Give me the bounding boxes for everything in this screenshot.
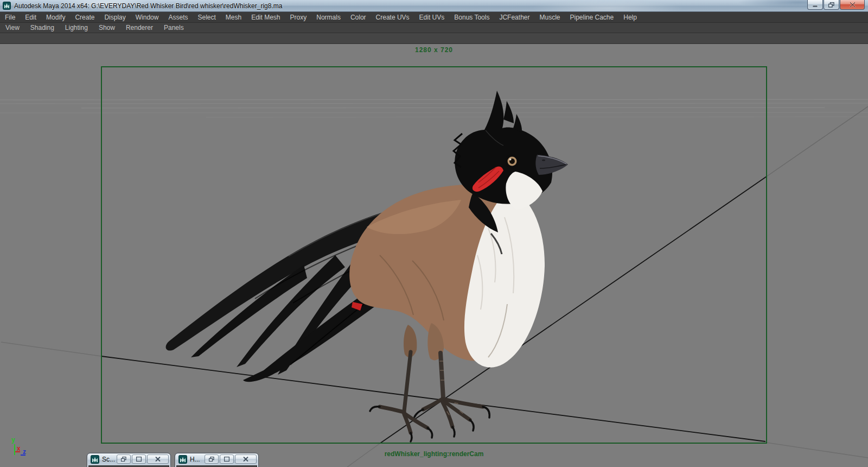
panel-toolbar: [0, 33, 868, 44]
menu-item[interactable]: Color: [346, 14, 371, 21]
maya-logo-icon: [91, 455, 99, 464]
svg-text:y: y: [11, 436, 15, 444]
menu-item[interactable]: Select: [193, 14, 220, 21]
maya-application-window: Autodesk Maya 2014 x64: G:\EVERYDAY\Red …: [0, 0, 868, 467]
svg-text:z: z: [23, 448, 26, 456]
maya-logo-icon: [3, 2, 11, 10]
panel-menu-item[interactable]: Lighting: [60, 24, 93, 31]
restore-button[interactable]: [824, 0, 839, 10]
menu-item[interactable]: Mesh: [221, 14, 246, 21]
bird-model[interactable]: [166, 91, 568, 441]
menu-item[interactable]: Edit: [20, 14, 41, 21]
minimized-window-title: H...: [190, 456, 200, 463]
minimized-window[interactable]: H...: [175, 453, 259, 467]
panel-menu-bar: ViewShadingLightingShowRendererPanels: [0, 23, 868, 33]
scene-canvas: y x z: [0, 44, 868, 467]
menu-item[interactable]: Help: [618, 14, 642, 21]
menu-item[interactable]: Display: [99, 14, 130, 21]
horizon-lines: [0, 99, 868, 117]
beak: [535, 155, 568, 175]
menu-item[interactable]: Modify: [41, 14, 70, 21]
menu-item[interactable]: Muscle: [534, 14, 565, 21]
panel-menu-item[interactable]: Shading: [25, 24, 60, 31]
minimized-window-title: Sc...: [102, 456, 115, 463]
window-title: Autodesk Maya 2014 x64: G:\EVERYDAY\Red …: [14, 2, 282, 10]
maximize-button[interactable]: [220, 455, 234, 464]
menu-item[interactable]: Bonus Tools: [449, 14, 494, 21]
panel-menu-item[interactable]: Panels: [158, 24, 189, 31]
minimized-windows: Sc... H...: [87, 453, 259, 467]
menu-item[interactable]: Edit UVs: [414, 14, 450, 21]
menu-item[interactable]: Window: [131, 14, 164, 21]
menu-item[interactable]: Proxy: [285, 14, 312, 21]
menu-item[interactable]: Pipeline Cache: [565, 14, 619, 21]
menu-item[interactable]: Normals: [311, 14, 346, 21]
maximize-button[interactable]: [132, 455, 146, 464]
axis-indicator: y x z: [11, 436, 26, 456]
menu-item[interactable]: JCFeather: [494, 14, 534, 21]
menu-item[interactable]: Assets: [163, 14, 193, 21]
minimize-button[interactable]: [807, 0, 823, 10]
menu-item[interactable]: File: [0, 14, 20, 21]
close-button[interactable]: [235, 455, 257, 464]
perspective-viewport[interactable]: y x z 1280 x 720 redWhisker_lighting:ren…: [0, 44, 868, 467]
resolution-label: 1280 x 720: [101, 46, 767, 54]
main-menu-bar: FileEditModifyCreateDisplayWindowAssetsS…: [0, 12, 868, 23]
restore-button[interactable]: [205, 455, 219, 464]
panel-menu-item[interactable]: Renderer: [120, 24, 158, 31]
menu-item[interactable]: Create UVs: [371, 14, 414, 21]
maya-logo-icon: [178, 455, 187, 464]
restore-button[interactable]: [117, 455, 131, 464]
panel-menu-item[interactable]: Show: [93, 24, 120, 31]
menu-item[interactable]: Edit Mesh: [246, 14, 285, 21]
close-button[interactable]: [840, 0, 865, 10]
panel-menu-item[interactable]: View: [0, 24, 25, 31]
menu-item[interactable]: Create: [70, 14, 99, 21]
eye: [505, 154, 519, 168]
svg-text:x: x: [17, 445, 21, 452]
minimized-window[interactable]: Sc...: [87, 453, 171, 467]
title-bar[interactable]: Autodesk Maya 2014 x64: G:\EVERYDAY\Red …: [0, 0, 868, 12]
close-button[interactable]: [147, 455, 169, 464]
feet: [370, 399, 489, 441]
